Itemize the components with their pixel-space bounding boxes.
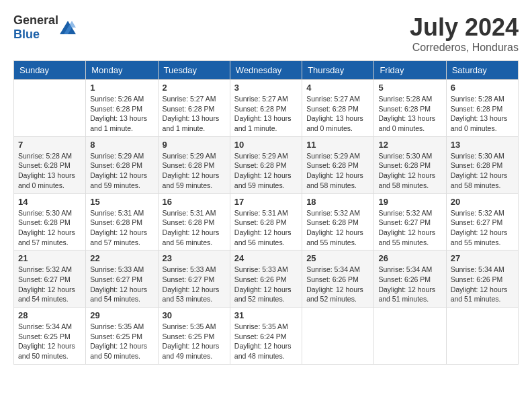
day-cell: 7Sunrise: 5:28 AM Sunset: 6:28 PM Daylig…: [14, 136, 86, 193]
day-number: 6: [451, 83, 514, 93]
day-number: 13: [451, 140, 514, 150]
day-number: 27: [451, 253, 514, 263]
day-cell: 30Sunrise: 5:35 AM Sunset: 6:25 PM Dayli…: [158, 308, 230, 365]
day-cell: 27Sunrise: 5:34 AM Sunset: 6:26 PM Dayli…: [446, 250, 518, 308]
day-number: 19: [378, 197, 441, 207]
day-info: Sunrise: 5:32 AM Sunset: 6:27 PM Dayligh…: [18, 265, 81, 304]
day-cell: 4Sunrise: 5:27 AM Sunset: 6:28 PM Daylig…: [302, 80, 374, 137]
day-cell: 26Sunrise: 5:34 AM Sunset: 6:26 PM Dayli…: [374, 250, 446, 308]
location: Correderos, Honduras: [410, 42, 519, 54]
day-number: 20: [451, 197, 514, 207]
day-cell: 23Sunrise: 5:33 AM Sunset: 6:27 PM Dayli…: [158, 250, 230, 308]
day-info: Sunrise: 5:32 AM Sunset: 6:28 PM Dayligh…: [306, 208, 369, 248]
day-number: 26: [378, 253, 441, 263]
col-friday: Friday: [374, 61, 446, 80]
page-header: General Blue July 2024 Correderos, Hondu…: [13, 13, 519, 54]
day-cell: 29Sunrise: 5:35 AM Sunset: 6:25 PM Dayli…: [86, 308, 158, 365]
day-cell: 22Sunrise: 5:33 AM Sunset: 6:27 PM Dayli…: [86, 250, 158, 308]
day-number: 12: [378, 140, 441, 150]
day-cell: 19Sunrise: 5:32 AM Sunset: 6:27 PM Dayli…: [374, 193, 446, 250]
day-cell: 20Sunrise: 5:32 AM Sunset: 6:27 PM Dayli…: [446, 193, 518, 250]
day-cell: 21Sunrise: 5:32 AM Sunset: 6:27 PM Dayli…: [14, 250, 86, 308]
day-number: 31: [234, 310, 298, 320]
day-number: 25: [306, 253, 369, 263]
day-cell: [446, 308, 518, 365]
day-info: Sunrise: 5:30 AM Sunset: 6:28 PM Dayligh…: [18, 208, 81, 248]
day-info: Sunrise: 5:30 AM Sunset: 6:28 PM Dayligh…: [378, 151, 441, 191]
day-info: Sunrise: 5:34 AM Sunset: 6:26 PM Dayligh…: [451, 265, 514, 304]
day-cell: [302, 308, 374, 365]
day-number: 16: [163, 197, 226, 207]
day-info: Sunrise: 5:26 AM Sunset: 6:28 PM Dayligh…: [90, 94, 153, 134]
day-info: Sunrise: 5:34 AM Sunset: 6:25 PM Dayligh…: [18, 322, 81, 361]
day-cell: 28Sunrise: 5:34 AM Sunset: 6:25 PM Dayli…: [14, 308, 86, 365]
day-info: Sunrise: 5:35 AM Sunset: 6:25 PM Dayligh…: [163, 322, 226, 361]
day-info: Sunrise: 5:31 AM Sunset: 6:28 PM Dayligh…: [163, 208, 226, 248]
day-info: Sunrise: 5:32 AM Sunset: 6:27 PM Dayligh…: [451, 208, 514, 248]
day-number: 11: [306, 140, 369, 150]
week-row-4: 21Sunrise: 5:32 AM Sunset: 6:27 PM Dayli…: [14, 250, 519, 308]
week-row-3: 14Sunrise: 5:30 AM Sunset: 6:28 PM Dayli…: [14, 193, 519, 250]
day-number: 29: [90, 310, 153, 320]
logo-blue: Blue: [13, 28, 40, 41]
day-info: Sunrise: 5:34 AM Sunset: 6:26 PM Dayligh…: [306, 265, 369, 304]
day-cell: 16Sunrise: 5:31 AM Sunset: 6:28 PM Dayli…: [158, 193, 230, 250]
day-info: Sunrise: 5:34 AM Sunset: 6:26 PM Dayligh…: [378, 265, 441, 304]
day-number: 17: [234, 197, 298, 207]
day-cell: [14, 80, 86, 137]
logo-icon: [60, 21, 76, 34]
day-info: Sunrise: 5:29 AM Sunset: 6:28 PM Dayligh…: [163, 151, 226, 191]
calendar-table: Sunday Monday Tuesday Wednesday Thursday…: [13, 60, 519, 365]
col-sunday: Sunday: [14, 61, 86, 80]
day-number: 9: [163, 140, 226, 150]
day-cell: 13Sunrise: 5:30 AM Sunset: 6:28 PM Dayli…: [446, 136, 518, 193]
day-cell: 24Sunrise: 5:33 AM Sunset: 6:26 PM Dayli…: [230, 250, 302, 308]
day-number: 7: [18, 140, 81, 150]
day-cell: 2Sunrise: 5:27 AM Sunset: 6:28 PM Daylig…: [158, 80, 230, 137]
calendar-header-row: Sunday Monday Tuesday Wednesday Thursday…: [14, 61, 519, 80]
day-cell: 6Sunrise: 5:28 AM Sunset: 6:28 PM Daylig…: [446, 80, 518, 137]
day-cell: 17Sunrise: 5:31 AM Sunset: 6:28 PM Dayli…: [230, 193, 302, 250]
day-number: 30: [163, 310, 226, 320]
day-number: 4: [306, 83, 369, 93]
day-cell: 18Sunrise: 5:32 AM Sunset: 6:28 PM Dayli…: [302, 193, 374, 250]
week-row-5: 28Sunrise: 5:34 AM Sunset: 6:25 PM Dayli…: [14, 308, 519, 365]
day-cell: 3Sunrise: 5:27 AM Sunset: 6:28 PM Daylig…: [230, 80, 302, 137]
day-number: 28: [18, 310, 81, 320]
day-number: 22: [90, 253, 153, 263]
day-info: Sunrise: 5:33 AM Sunset: 6:26 PM Dayligh…: [234, 265, 298, 304]
day-number: 1: [90, 83, 153, 93]
day-info: Sunrise: 5:31 AM Sunset: 6:28 PM Dayligh…: [90, 208, 153, 248]
logo-general: General: [13, 13, 58, 27]
day-info: Sunrise: 5:32 AM Sunset: 6:27 PM Dayligh…: [378, 208, 441, 248]
col-tuesday: Tuesday: [158, 61, 230, 80]
col-saturday: Saturday: [446, 61, 518, 80]
day-info: Sunrise: 5:27 AM Sunset: 6:28 PM Dayligh…: [163, 94, 226, 134]
day-number: 5: [378, 83, 441, 93]
day-info: Sunrise: 5:29 AM Sunset: 6:28 PM Dayligh…: [90, 151, 153, 191]
day-info: Sunrise: 5:27 AM Sunset: 6:28 PM Dayligh…: [234, 94, 298, 134]
day-number: 2: [163, 83, 226, 93]
day-number: 18: [306, 197, 369, 207]
day-cell: 15Sunrise: 5:31 AM Sunset: 6:28 PM Dayli…: [86, 193, 158, 250]
day-info: Sunrise: 5:35 AM Sunset: 6:25 PM Dayligh…: [90, 322, 153, 361]
day-number: 10: [234, 140, 298, 150]
col-wednesday: Wednesday: [230, 61, 302, 80]
day-cell: 31Sunrise: 5:35 AM Sunset: 6:24 PM Dayli…: [230, 308, 302, 365]
day-cell: 8Sunrise: 5:29 AM Sunset: 6:28 PM Daylig…: [86, 136, 158, 193]
day-number: 8: [90, 140, 153, 150]
day-number: 14: [18, 197, 81, 207]
day-info: Sunrise: 5:33 AM Sunset: 6:27 PM Dayligh…: [163, 265, 226, 304]
col-monday: Monday: [86, 61, 158, 80]
day-cell: 25Sunrise: 5:34 AM Sunset: 6:26 PM Dayli…: [302, 250, 374, 308]
day-cell: 12Sunrise: 5:30 AM Sunset: 6:28 PM Dayli…: [374, 136, 446, 193]
day-info: Sunrise: 5:28 AM Sunset: 6:28 PM Dayligh…: [18, 151, 81, 191]
col-thursday: Thursday: [302, 61, 374, 80]
day-info: Sunrise: 5:35 AM Sunset: 6:24 PM Dayligh…: [234, 322, 298, 361]
month-year: July 2024: [410, 13, 519, 42]
day-info: Sunrise: 5:29 AM Sunset: 6:28 PM Dayligh…: [234, 151, 298, 191]
day-info: Sunrise: 5:27 AM Sunset: 6:28 PM Dayligh…: [306, 94, 369, 134]
week-row-1: 1Sunrise: 5:26 AM Sunset: 6:28 PM Daylig…: [14, 80, 519, 137]
day-cell: 11Sunrise: 5:29 AM Sunset: 6:28 PM Dayli…: [302, 136, 374, 193]
day-info: Sunrise: 5:28 AM Sunset: 6:28 PM Dayligh…: [451, 94, 514, 134]
